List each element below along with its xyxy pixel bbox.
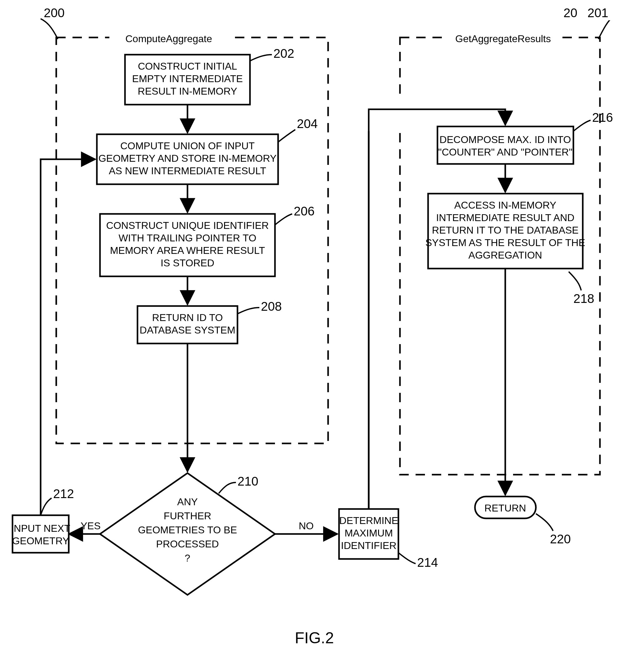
box-218-line5: AGGREGATION — [468, 249, 542, 261]
ref-204: 204 — [297, 117, 318, 130]
svg-rect-9 — [359, 94, 516, 131]
box-216-line2: "COUNTER" AND "POINTER" — [438, 146, 572, 158]
ref-210: 210 — [237, 474, 258, 488]
ref-200: 200 — [44, 6, 65, 20]
ref-206: 206 — [294, 204, 314, 218]
box-218-line1: ACCESS IN-MEMORY — [454, 199, 557, 211]
ref-220: 220 — [550, 532, 571, 546]
ref-202: 202 — [273, 47, 294, 60]
ref-201b: 201 — [587, 6, 608, 20]
flowchart-overlay: DECOMPOSE MAX. ID INTO "COUNTER" AND "PO… — [0, 0, 629, 672]
figure-label: FIG.2 — [295, 629, 334, 647]
ref-218: 218 — [574, 292, 594, 305]
ref-212: 212 — [53, 487, 74, 501]
terminal-return-text: RETURN — [484, 502, 526, 514]
box-218-line3: RETURN IT TO THE DATABASE — [432, 224, 578, 236]
box-218-line4: SYSTEM AS THE RESULT OF THE — [425, 237, 585, 248]
box-218-line2: INTERMEDIATE RESULT AND — [436, 212, 575, 223]
box-216-line1: DECOMPOSE MAX. ID INTO — [440, 134, 571, 145]
ref-208: 208 — [261, 299, 282, 313]
ref-216: 216 — [592, 111, 613, 124]
ref-214: 214 — [417, 555, 438, 569]
